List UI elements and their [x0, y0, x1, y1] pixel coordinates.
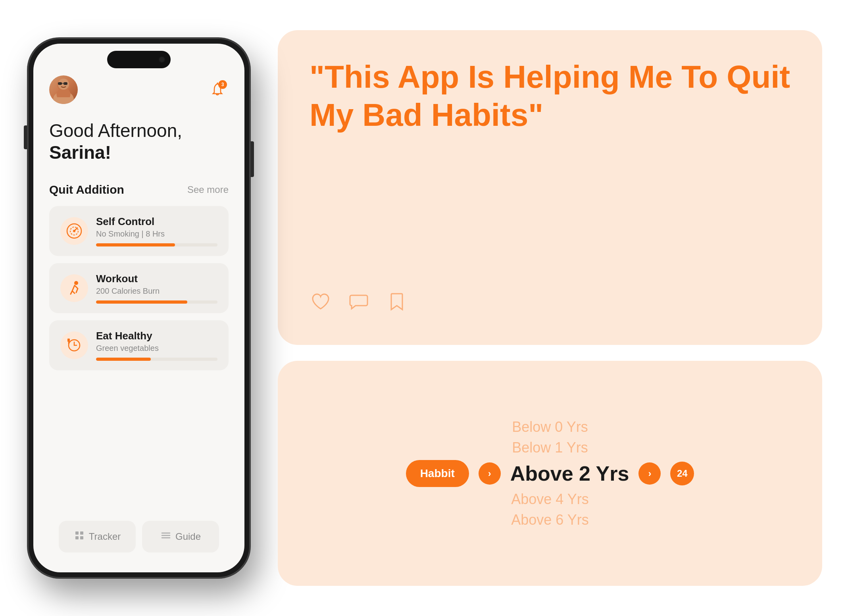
- habit-icon-eat-healthy: [60, 331, 88, 359]
- progress-fill-eat-healthy: [96, 358, 151, 361]
- user-avatar[interactable]: [49, 75, 78, 104]
- habit-name-eat-healthy: Eat Healthy: [96, 330, 217, 342]
- habit-sub-self-control: No Smoking | 8 Hrs: [96, 229, 217, 239]
- progress-bg-self-control: [96, 243, 217, 246]
- habit-cards-list: Self Control No Smoking | 8 Hrs: [49, 206, 229, 513]
- picker-item-4: Above 6 Yrs: [511, 512, 588, 528]
- greeting-section: Good Afternoon, Sarina!: [49, 120, 229, 163]
- phone-header: 3: [49, 75, 229, 104]
- phone-screen: 3 Good Afternoon, Sarina! Quit Addition …: [33, 44, 244, 572]
- svg-rect-17: [80, 531, 83, 535]
- picker-item-active: Above 2 Yrs: [510, 462, 629, 485]
- habit-card-self-control[interactable]: Self Control No Smoking | 8 Hrs: [49, 206, 229, 256]
- svg-point-10: [73, 230, 75, 232]
- phone-outer-frame: 3 Good Afternoon, Sarina! Quit Addition …: [28, 38, 250, 578]
- svg-rect-19: [80, 536, 83, 539]
- arrow-right-btn-2[interactable]: ›: [638, 462, 661, 485]
- notification-button[interactable]: 3: [206, 79, 229, 101]
- habit-card-workout[interactable]: Workout 200 Calories Burn: [49, 263, 229, 313]
- section-header: Quit Addition See more: [49, 183, 229, 196]
- bookmark-icon[interactable]: [386, 291, 408, 317]
- svg-rect-6: [63, 82, 67, 85]
- see-more-link[interactable]: See more: [187, 184, 229, 195]
- picker-active-row: Habbit › Above 2 Yrs › 24: [306, 460, 794, 487]
- phone-mockup: 3 Good Afternoon, Sarina! Quit Addition …: [24, 30, 254, 586]
- count-badge: 24: [670, 462, 694, 485]
- right-panel: "This App Is Helping Me To Quit My Bad H…: [278, 30, 822, 586]
- section-title: Quit Addition: [49, 183, 124, 196]
- picker-list: Below 0 Yrs Below 1 Yrs Habbit › Above 2…: [306, 419, 794, 528]
- nav-guide-button[interactable]: Guide: [142, 521, 219, 552]
- camera-dot: [159, 56, 165, 63]
- svg-rect-16: [75, 531, 79, 535]
- habit-info-eat-healthy: Eat Healthy Green vegetables: [96, 330, 217, 361]
- habit-sub-eat-healthy: Green vegetables: [96, 344, 217, 353]
- habit-sub-workout: 200 Calories Burn: [96, 287, 217, 296]
- progress-fill-self-control: [96, 243, 175, 246]
- nav-tracker-button[interactable]: Tracker: [59, 521, 136, 552]
- habit-icon-self-control: [60, 217, 88, 245]
- progress-bg-workout: [96, 300, 217, 304]
- habit-picker-card: Below 0 Yrs Below 1 Yrs Habbit › Above 2…: [278, 361, 822, 586]
- progress-bg-eat-healthy: [96, 358, 217, 361]
- tracker-icon: [74, 530, 85, 544]
- quote-text: "This App Is Helping Me To Quit My Bad H…: [310, 58, 790, 134]
- like-icon[interactable]: [310, 291, 332, 317]
- guide-label: Guide: [175, 531, 201, 542]
- tracker-label: Tracker: [89, 531, 121, 542]
- picker-item-1: Below 1 Yrs: [512, 439, 588, 456]
- progress-fill-workout: [96, 300, 187, 304]
- picker-item-0: Below 0 Yrs: [512, 419, 588, 435]
- comment-icon[interactable]: [348, 291, 370, 317]
- habit-name-workout: Workout: [96, 273, 217, 285]
- guide-icon: [160, 530, 171, 544]
- habbit-badge[interactable]: Habbit: [406, 460, 469, 487]
- habit-info-workout: Workout 200 Calories Burn: [96, 273, 217, 304]
- dynamic-island: [107, 51, 171, 68]
- svg-rect-18: [75, 536, 79, 539]
- picker-item-3: Above 4 Yrs: [511, 491, 588, 508]
- user-name: Sarina!: [49, 142, 229, 163]
- phone-content: 3 Good Afternoon, Sarina! Quit Addition …: [33, 44, 244, 572]
- greeting-text: Good Afternoon,: [49, 120, 229, 142]
- bottom-navigation: Tracker Guide: [49, 513, 229, 564]
- habit-info-self-control: Self Control No Smoking | 8 Hrs: [96, 216, 217, 246]
- habit-card-eat-healthy[interactable]: Eat Healthy Green vegetables: [49, 320, 229, 370]
- quote-card: "This App Is Helping Me To Quit My Bad H…: [278, 30, 822, 345]
- svg-point-11: [74, 281, 78, 285]
- arrow-right-btn-1[interactable]: ›: [479, 462, 501, 485]
- habit-name-self-control: Self Control: [96, 216, 217, 228]
- quote-actions: [310, 291, 790, 317]
- habit-icon-workout: [60, 274, 88, 302]
- notification-count: 3: [218, 80, 227, 89]
- svg-rect-5: [58, 82, 62, 85]
